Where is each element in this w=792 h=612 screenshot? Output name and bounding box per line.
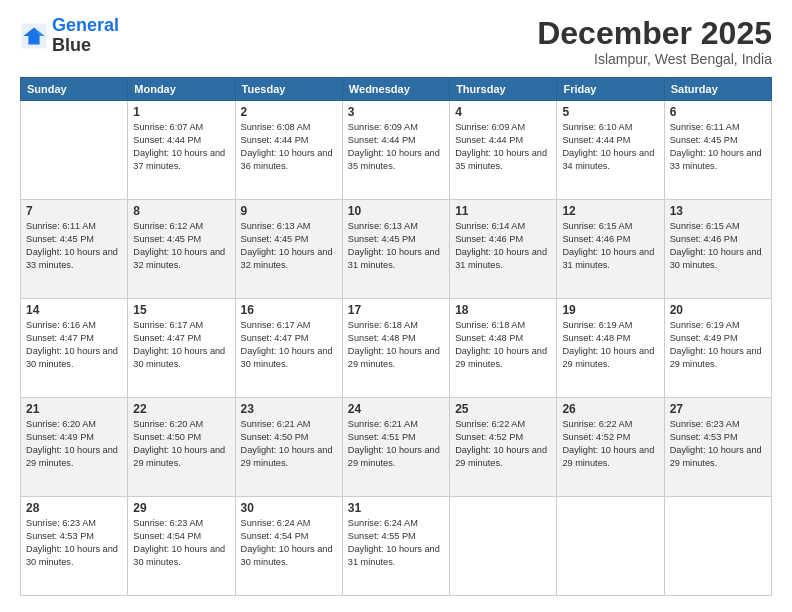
day-info: Sunrise: 6:19 AMSunset: 4:48 PMDaylight:… (562, 319, 658, 371)
day-info: Sunrise: 6:23 AMSunset: 4:53 PMDaylight:… (670, 418, 766, 470)
day-info: Sunrise: 6:12 AMSunset: 4:45 PMDaylight:… (133, 220, 229, 272)
day-number: 14 (26, 303, 122, 317)
calendar-cell (557, 497, 664, 596)
day-number: 1 (133, 105, 229, 119)
day-number: 10 (348, 204, 444, 218)
day-number: 11 (455, 204, 551, 218)
weekday-header-wednesday: Wednesday (342, 78, 449, 101)
calendar-header-row: SundayMondayTuesdayWednesdayThursdayFrid… (21, 78, 772, 101)
calendar-cell: 17Sunrise: 6:18 AMSunset: 4:48 PMDayligh… (342, 299, 449, 398)
day-number: 24 (348, 402, 444, 416)
day-number: 4 (455, 105, 551, 119)
logo: General Blue (20, 16, 119, 56)
weekday-header-sunday: Sunday (21, 78, 128, 101)
day-info: Sunrise: 6:15 AMSunset: 4:46 PMDaylight:… (562, 220, 658, 272)
calendar-cell (450, 497, 557, 596)
day-info: Sunrise: 6:15 AMSunset: 4:46 PMDaylight:… (670, 220, 766, 272)
day-info: Sunrise: 6:19 AMSunset: 4:49 PMDaylight:… (670, 319, 766, 371)
logo-icon (20, 22, 48, 50)
calendar-week-1: 1Sunrise: 6:07 AMSunset: 4:44 PMDaylight… (21, 101, 772, 200)
day-number: 2 (241, 105, 337, 119)
calendar-cell: 15Sunrise: 6:17 AMSunset: 4:47 PMDayligh… (128, 299, 235, 398)
calendar-week-5: 28Sunrise: 6:23 AMSunset: 4:53 PMDayligh… (21, 497, 772, 596)
day-number: 17 (348, 303, 444, 317)
day-info: Sunrise: 6:09 AMSunset: 4:44 PMDaylight:… (455, 121, 551, 173)
calendar-cell: 12Sunrise: 6:15 AMSunset: 4:46 PMDayligh… (557, 200, 664, 299)
calendar-cell: 23Sunrise: 6:21 AMSunset: 4:50 PMDayligh… (235, 398, 342, 497)
day-info: Sunrise: 6:09 AMSunset: 4:44 PMDaylight:… (348, 121, 444, 173)
day-number: 8 (133, 204, 229, 218)
calendar-cell: 1Sunrise: 6:07 AMSunset: 4:44 PMDaylight… (128, 101, 235, 200)
day-info: Sunrise: 6:11 AMSunset: 4:45 PMDaylight:… (670, 121, 766, 173)
day-info: Sunrise: 6:16 AMSunset: 4:47 PMDaylight:… (26, 319, 122, 371)
calendar-cell: 14Sunrise: 6:16 AMSunset: 4:47 PMDayligh… (21, 299, 128, 398)
logo-line2: Blue (52, 36, 119, 56)
calendar-cell: 2Sunrise: 6:08 AMSunset: 4:44 PMDaylight… (235, 101, 342, 200)
calendar-cell: 9Sunrise: 6:13 AMSunset: 4:45 PMDaylight… (235, 200, 342, 299)
calendar-cell: 11Sunrise: 6:14 AMSunset: 4:46 PMDayligh… (450, 200, 557, 299)
day-number: 13 (670, 204, 766, 218)
calendar-week-3: 14Sunrise: 6:16 AMSunset: 4:47 PMDayligh… (21, 299, 772, 398)
day-number: 7 (26, 204, 122, 218)
day-info: Sunrise: 6:18 AMSunset: 4:48 PMDaylight:… (455, 319, 551, 371)
calendar-cell: 19Sunrise: 6:19 AMSunset: 4:48 PMDayligh… (557, 299, 664, 398)
calendar-cell: 5Sunrise: 6:10 AMSunset: 4:44 PMDaylight… (557, 101, 664, 200)
day-info: Sunrise: 6:24 AMSunset: 4:54 PMDaylight:… (241, 517, 337, 569)
calendar-cell: 25Sunrise: 6:22 AMSunset: 4:52 PMDayligh… (450, 398, 557, 497)
day-number: 30 (241, 501, 337, 515)
day-info: Sunrise: 6:17 AMSunset: 4:47 PMDaylight:… (241, 319, 337, 371)
day-number: 16 (241, 303, 337, 317)
calendar-cell (664, 497, 771, 596)
day-info: Sunrise: 6:20 AMSunset: 4:50 PMDaylight:… (133, 418, 229, 470)
location: Islampur, West Bengal, India (537, 51, 772, 67)
calendar-cell: 27Sunrise: 6:23 AMSunset: 4:53 PMDayligh… (664, 398, 771, 497)
calendar-cell: 8Sunrise: 6:12 AMSunset: 4:45 PMDaylight… (128, 200, 235, 299)
day-number: 25 (455, 402, 551, 416)
day-info: Sunrise: 6:21 AMSunset: 4:50 PMDaylight:… (241, 418, 337, 470)
day-number: 21 (26, 402, 122, 416)
header: General Blue December 2025 Islampur, Wes… (20, 16, 772, 67)
day-info: Sunrise: 6:23 AMSunset: 4:53 PMDaylight:… (26, 517, 122, 569)
calendar-cell: 20Sunrise: 6:19 AMSunset: 4:49 PMDayligh… (664, 299, 771, 398)
day-number: 6 (670, 105, 766, 119)
calendar-week-4: 21Sunrise: 6:20 AMSunset: 4:49 PMDayligh… (21, 398, 772, 497)
day-info: Sunrise: 6:23 AMSunset: 4:54 PMDaylight:… (133, 517, 229, 569)
day-info: Sunrise: 6:18 AMSunset: 4:48 PMDaylight:… (348, 319, 444, 371)
logo-line1: General (52, 15, 119, 35)
day-info: Sunrise: 6:20 AMSunset: 4:49 PMDaylight:… (26, 418, 122, 470)
calendar-cell: 29Sunrise: 6:23 AMSunset: 4:54 PMDayligh… (128, 497, 235, 596)
day-number: 28 (26, 501, 122, 515)
day-number: 26 (562, 402, 658, 416)
logo-text: General Blue (52, 16, 119, 56)
page: General Blue December 2025 Islampur, Wes… (0, 0, 792, 612)
day-info: Sunrise: 6:07 AMSunset: 4:44 PMDaylight:… (133, 121, 229, 173)
calendar-cell: 18Sunrise: 6:18 AMSunset: 4:48 PMDayligh… (450, 299, 557, 398)
day-info: Sunrise: 6:13 AMSunset: 4:45 PMDaylight:… (241, 220, 337, 272)
title-block: December 2025 Islampur, West Bengal, Ind… (537, 16, 772, 67)
day-info: Sunrise: 6:24 AMSunset: 4:55 PMDaylight:… (348, 517, 444, 569)
calendar-cell (21, 101, 128, 200)
calendar-cell: 31Sunrise: 6:24 AMSunset: 4:55 PMDayligh… (342, 497, 449, 596)
day-info: Sunrise: 6:14 AMSunset: 4:46 PMDaylight:… (455, 220, 551, 272)
day-number: 18 (455, 303, 551, 317)
calendar-cell: 16Sunrise: 6:17 AMSunset: 4:47 PMDayligh… (235, 299, 342, 398)
calendar-cell: 28Sunrise: 6:23 AMSunset: 4:53 PMDayligh… (21, 497, 128, 596)
day-number: 9 (241, 204, 337, 218)
weekday-header-monday: Monday (128, 78, 235, 101)
day-info: Sunrise: 6:08 AMSunset: 4:44 PMDaylight:… (241, 121, 337, 173)
calendar-cell: 4Sunrise: 6:09 AMSunset: 4:44 PMDaylight… (450, 101, 557, 200)
calendar-cell: 6Sunrise: 6:11 AMSunset: 4:45 PMDaylight… (664, 101, 771, 200)
day-info: Sunrise: 6:17 AMSunset: 4:47 PMDaylight:… (133, 319, 229, 371)
day-info: Sunrise: 6:13 AMSunset: 4:45 PMDaylight:… (348, 220, 444, 272)
day-number: 31 (348, 501, 444, 515)
day-number: 22 (133, 402, 229, 416)
day-number: 3 (348, 105, 444, 119)
calendar-cell: 13Sunrise: 6:15 AMSunset: 4:46 PMDayligh… (664, 200, 771, 299)
day-number: 19 (562, 303, 658, 317)
calendar-week-2: 7Sunrise: 6:11 AMSunset: 4:45 PMDaylight… (21, 200, 772, 299)
weekday-header-friday: Friday (557, 78, 664, 101)
day-number: 12 (562, 204, 658, 218)
weekday-header-thursday: Thursday (450, 78, 557, 101)
day-number: 5 (562, 105, 658, 119)
day-info: Sunrise: 6:22 AMSunset: 4:52 PMDaylight:… (455, 418, 551, 470)
